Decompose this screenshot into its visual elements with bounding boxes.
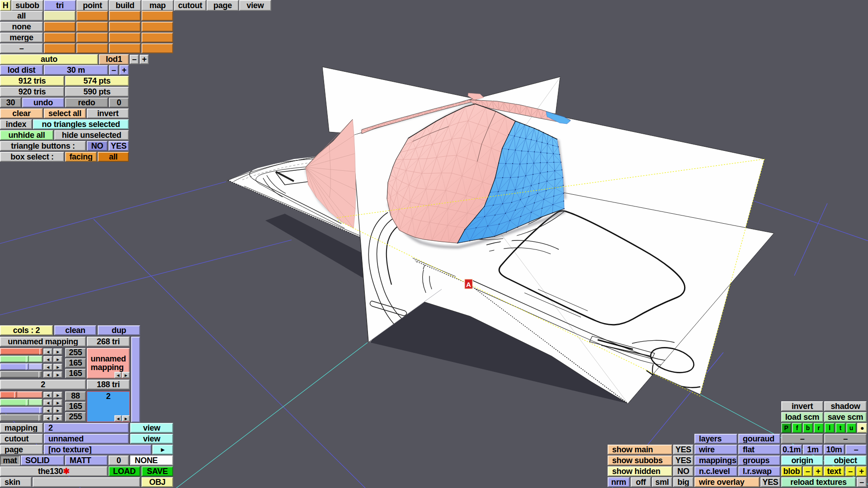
svg-text:A: A xyxy=(466,281,471,288)
